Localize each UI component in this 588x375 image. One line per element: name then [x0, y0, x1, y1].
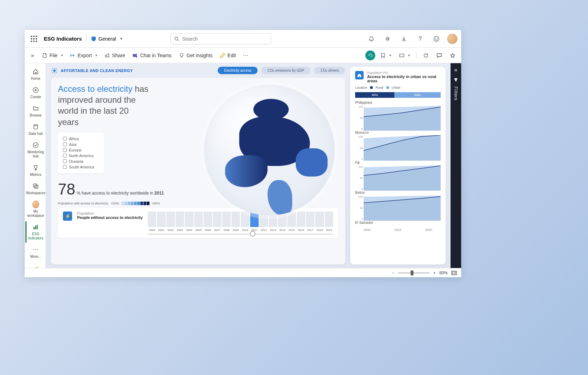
teams-icon — [132, 53, 138, 58]
lightbulb-icon — [179, 53, 184, 58]
nav-browse[interactable]: Browse — [25, 103, 45, 120]
svg-rect-12 — [34, 184, 37, 187]
timeline-bar[interactable] — [157, 212, 165, 227]
chat-label: Chat in Teams — [140, 53, 171, 58]
expand-ribbon-button[interactable]: » — [28, 50, 37, 61]
timeline-slider[interactable] — [148, 234, 333, 234]
region-filter[interactable]: AfricaAsiaEuropeNorth AmericaOceaniaSout… — [58, 132, 104, 173]
year-label: 2004 — [185, 228, 193, 232]
mini-area-chart[interactable]: Philippines100500 — [355, 101, 441, 131]
app-title: ESG Indicators — [44, 36, 82, 42]
chart-title: El Salvador — [355, 221, 441, 225]
side-panel: Population (%) Access to electricity in … — [350, 67, 446, 264]
nav-home[interactable]: Home — [25, 66, 45, 83]
timeline-bar[interactable] — [194, 212, 203, 227]
nav-more[interactable]: ⋯More... — [25, 244, 45, 261]
region-checkbox[interactable]: South America — [63, 164, 99, 170]
svg-line-27 — [52, 72, 53, 73]
database-icon — [33, 124, 39, 130]
zoom-slider[interactable] — [398, 272, 430, 274]
report-tab[interactable]: CO₂ emissions by GDP — [261, 67, 311, 74]
mini-area-chart[interactable]: Morocco100500 — [355, 131, 441, 161]
svg-rect-16 — [37, 225, 38, 230]
region-checkbox[interactable]: Europe — [63, 147, 99, 153]
search-input[interactable] — [170, 33, 271, 44]
nav-datahub[interactable]: Data hub — [25, 121, 45, 138]
sensitivity-dropdown[interactable]: General ▼ — [91, 36, 123, 42]
svg-rect-13 — [35, 185, 38, 188]
nav-esg-indicators[interactable]: ESG Indicators — [25, 221, 45, 243]
timeline-bar[interactable] — [148, 212, 156, 227]
feedback-button[interactable] — [431, 33, 442, 44]
chat-teams-button[interactable]: Chat in Teams — [129, 51, 174, 60]
slider-thumb[interactable] — [411, 270, 413, 275]
edit-button[interactable]: Edit — [217, 51, 239, 60]
svg-point-7 — [136, 54, 137, 55]
comment-button[interactable] — [434, 50, 445, 61]
region-checkbox[interactable]: Africa — [63, 136, 99, 142]
split-bar-chart[interactable]: 46%54% — [355, 92, 441, 98]
nav-myworkspace[interactable]: My workspace — [25, 199, 45, 220]
notifications-button[interactable] — [366, 33, 377, 44]
report-tab[interactable]: CO₂ drivers — [314, 67, 345, 74]
nav-label: My workspace — [27, 209, 45, 218]
split-urban: 54% — [394, 92, 441, 98]
zoom-out[interactable]: − — [392, 270, 394, 275]
insights-button[interactable]: Get insights — [176, 51, 216, 60]
nav-workspaces[interactable]: Workspaces — [25, 180, 45, 197]
search-field[interactable] — [182, 36, 267, 42]
side-subtitle: Population (%) — [367, 71, 441, 75]
ellipsis-icon: ⋯ — [33, 246, 39, 253]
timeline-bar[interactable] — [166, 212, 175, 227]
chevron-down-icon: ▼ — [119, 37, 123, 41]
svg-rect-15 — [35, 226, 36, 229]
user-avatar[interactable] — [447, 34, 458, 44]
nav-monitoring[interactable]: Monitoring hub — [25, 139, 45, 161]
download-button[interactable] — [398, 33, 410, 44]
timeline-bar[interactable] — [176, 212, 184, 227]
nav-label: Create — [30, 95, 41, 99]
file-menu[interactable]: File ▾ — [39, 51, 66, 60]
fit-page-icon[interactable] — [451, 270, 457, 275]
timeline-bar[interactable] — [185, 212, 193, 227]
mini-area-chart[interactable]: Fiji100500 — [355, 161, 441, 191]
refresh-button[interactable] — [420, 50, 431, 61]
more-menu[interactable]: ⋯ — [240, 51, 251, 60]
mini-area-chart[interactable]: Belize100500 — [355, 191, 441, 221]
report-tab[interactable]: Electricity access — [218, 67, 258, 74]
nav-label: Workspaces — [26, 191, 46, 195]
share-button[interactable]: Share — [101, 51, 128, 60]
bookmark-menu[interactable]: ▾ — [377, 51, 394, 60]
settings-button[interactable] — [382, 33, 393, 44]
region-checkbox[interactable]: North America — [63, 153, 99, 159]
year-label: 2000 — [148, 228, 156, 232]
svg-point-10 — [34, 125, 38, 126]
year-label: 2019 — [325, 228, 333, 232]
view-menu[interactable]: ▾ — [396, 51, 413, 60]
bookmark-icon — [380, 53, 386, 58]
export-menu[interactable]: Export ▾ — [67, 51, 100, 60]
location-legend: Location Rural Urban — [355, 86, 441, 89]
filters-pane-toggle[interactable]: « Filters — [451, 63, 461, 268]
zoom-in[interactable]: + — [433, 270, 436, 275]
svg-line-26 — [56, 72, 57, 73]
region-checkbox[interactable]: Oceania — [63, 159, 99, 164]
nav-metrics[interactable]: Metrics — [25, 162, 45, 179]
year-label: 2006 — [204, 228, 212, 232]
bolt-icon: ⚡ — [63, 212, 72, 221]
globe-map[interactable] — [204, 85, 335, 215]
favorite-button[interactable] — [447, 50, 458, 61]
year-label: 2018 — [315, 228, 324, 232]
view-icon — [399, 53, 405, 58]
collapse-icon: « — [454, 67, 458, 73]
slider-thumb[interactable] — [250, 231, 255, 237]
file-label: File — [49, 53, 58, 58]
legend-label: Population with access to electricity: — [58, 202, 109, 205]
help-button[interactable]: ? — [414, 33, 426, 44]
reset-button[interactable] — [365, 50, 375, 60]
nav-create[interactable]: Create — [25, 84, 45, 101]
year-label: 2016 — [297, 228, 305, 232]
app-launcher[interactable] — [28, 33, 40, 44]
year-label: 2013 — [269, 228, 277, 232]
region-checkbox[interactable]: Asia — [63, 142, 99, 147]
